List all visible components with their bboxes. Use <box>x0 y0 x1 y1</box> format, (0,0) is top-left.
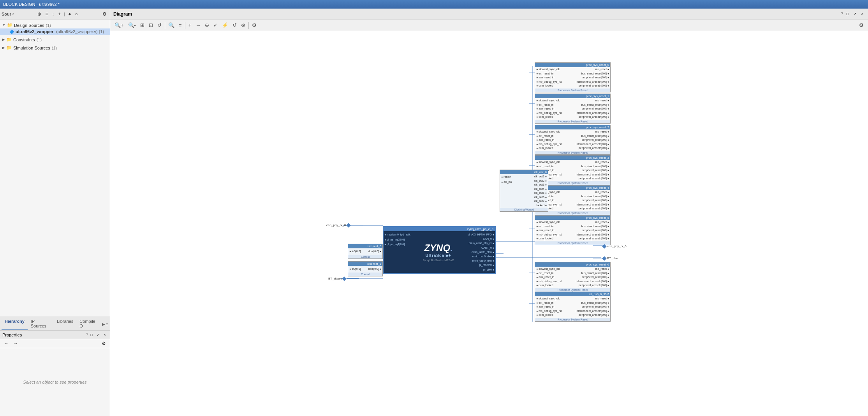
proc-sys-reset-6-block[interactable]: proc_sys_reset_6 ● slowest_sync_clk ● ex… <box>535 262 611 292</box>
diagram-settings-btn[interactable]: ⚙ <box>857 21 866 29</box>
tab-libraries[interactable]: Libraries <box>54 318 76 330</box>
clk-wiz-block[interactable]: clk_wiz_0 ● resetn ● clk_in1 clk_out1 ● … <box>500 170 548 212</box>
rst-ps8-block[interactable]: rst_ps8_0_99M ● slowest_sync_clk ● ext_r… <box>535 292 611 322</box>
bt-dtsan-port: BT_dtsan <box>328 277 359 280</box>
left-toolbar: Sour × ⊕ ≡ ↓ + | ● ○ ⚙ <box>0 9 110 19</box>
psr5-out-bus: bus_struct_reset[0:0] ● <box>576 225 609 229</box>
source-tab-close[interactable]: × <box>12 12 14 16</box>
psr2-port-ext: ● ext_reset_in <box>536 134 562 138</box>
psr1-name: proc_sys_reset_1 <box>535 94 610 98</box>
psr6-port-aux: ● aux_reset_in <box>536 275 562 280</box>
psr2-port-locked: ● dcm_locked <box>536 146 562 150</box>
tabs-more-btn[interactable]: ▶ <box>102 322 105 326</box>
sep1 <box>165 22 165 29</box>
diagram-header: Diagram ? □ ↗ × <box>110 9 868 19</box>
psr1-port-slowest: ● slowest_sync_clk <box>536 99 562 103</box>
psr2-subtitle: Processor System Reset <box>535 151 610 154</box>
add-ip-btn[interactable]: + <box>187 21 194 29</box>
design-sources-icon: 📁 <box>7 23 12 28</box>
psr2-left-ports: ● slowest_sync_clk ● ext_reset_in ● aux_… <box>536 130 562 150</box>
tab-ip-sources[interactable]: IP Sources <box>28 318 54 330</box>
psr2-out-bus: bus_struct_reset[0:0] ● <box>576 134 609 138</box>
rst-ps8-right-ports: mb_reset ● bus_struct_reset[0:0] ● perip… <box>576 297 609 317</box>
status-btn[interactable]: ○ <box>73 11 79 18</box>
reset-view-btn[interactable]: ↺ <box>155 21 164 29</box>
compile-order-btn[interactable]: ● <box>67 11 72 18</box>
add-wire-btn[interactable]: → <box>194 21 202 29</box>
props-close-btn[interactable]: × <box>102 332 107 338</box>
zoom-area-btn[interactable]: ⊡ <box>147 21 155 29</box>
xlconcat-0-block[interactable]: xlconcat_0 ● In0[0:0] dout[0:0] ● Concat <box>348 244 383 259</box>
psr0-out-bus: bus_struct_reset[0:0] ● <box>576 72 609 76</box>
tabs-menu-btn[interactable]: ≡ <box>106 322 108 326</box>
psr4-out-periph: peripheral_reset[0:0] ● <box>576 198 609 203</box>
proc-sys-reset-2-block[interactable]: proc_sys_reset_2 ● slowest_sync_clk ● ex… <box>535 125 611 155</box>
tab-compile[interactable]: Compile O <box>76 318 102 330</box>
xlconcat0-subtitle: Concat <box>348 255 382 258</box>
diagram-help-icon: ? <box>841 12 843 16</box>
psr2-out-mb: mb_reset ● <box>576 130 609 134</box>
psr2-port-aux: ● aux_reset_in <box>536 138 562 142</box>
collapse-all-btn[interactable]: ↓ <box>50 11 56 18</box>
design-sources-section: ▼ 📁 Design Sources (1) 🔷 ultra96v2_wrapp… <box>0 21 110 35</box>
sep: | <box>64 12 65 16</box>
clk-wiz-port-clkout3: clk_out3 ● <box>534 183 547 187</box>
props-float-btn[interactable]: ↗ <box>95 332 101 338</box>
rst-ps8-port-locked: ● dcm_locked <box>536 313 562 317</box>
zynq-out-can-rtxn: emio_can0_rtxn ● <box>459 254 494 258</box>
props-settings-btn[interactable]: ⚙ <box>100 340 107 347</box>
psr5-subtitle: Processor System Reset <box>535 241 610 245</box>
psr1-out-periph: peripheral_reset[0:0] ● <box>576 107 609 111</box>
diagram-canvas[interactable]: proc_sys_reset_0 ● slowest_sync_clk ● ex… <box>110 31 868 416</box>
fit-view-btn[interactable]: ⊞ <box>138 21 146 29</box>
constraints-header[interactable]: ▶ 📁 Constraints (1) <box>0 36 110 43</box>
settings-btn[interactable]: ⚙ <box>101 11 108 18</box>
tab-hierarchy[interactable]: Hierarchy <box>2 318 28 330</box>
xlconcat-1-block[interactable]: xlconcat_1 ● In0[0:0] dout[0:0] ● Concat <box>348 261 383 276</box>
wrapper-file-item[interactable]: 🔷 ultra96v2_wrapper (ultra96v2_wrapper.v… <box>0 28 110 35</box>
drc-btn[interactable]: ⊗ <box>239 21 247 29</box>
refresh-btn[interactable]: ↺ <box>231 21 239 29</box>
diagram-float-btn[interactable]: ↗ <box>852 11 858 17</box>
props-expand-btn[interactable]: □ <box>89 332 94 338</box>
proc-sys-reset-5-block[interactable]: proc_sys_reset_5 ● slowest_sync_clk ● ex… <box>535 215 611 245</box>
props-content: Select an object to see properties <box>0 348 110 416</box>
psr3-port-slowest: ● slowest_sync_clk <box>536 160 562 165</box>
xlconcat0-port-dout: dout[0:0] ● <box>368 249 381 254</box>
psr1-port-ext: ● ext_reset_in <box>536 103 562 107</box>
proc-sys-reset-1-block[interactable]: proc_sys_reset_1 ● slowest_sync_clk ● ex… <box>535 94 611 124</box>
align-btn[interactable]: ≡ <box>177 21 184 29</box>
simulation-header[interactable]: ▶ 📁 Simulation Sources (1) <box>0 44 110 51</box>
expand-all-btn[interactable]: + <box>56 11 62 18</box>
proc-sys-reset-0-block[interactable]: proc_sys_reset_0 ● slowest_sync_clk ● ex… <box>535 62 611 92</box>
add-sources-btn[interactable]: ⊕ <box>36 11 43 18</box>
design-sources-header[interactable]: ▼ 📁 Design Sources (1) <box>0 22 110 28</box>
add-port-btn[interactable]: ⊕ <box>203 21 211 29</box>
clk-wiz-port-locked: locked ● <box>534 204 547 208</box>
generate-btn[interactable]: ⚡ <box>220 21 230 29</box>
diagram-maximize-btn[interactable]: □ <box>845 11 850 17</box>
psr5-port-locked: ● dcm_locked <box>536 237 562 241</box>
zoom-in-btn[interactable]: 🔍+ <box>113 21 126 29</box>
clk-wiz-left-ports: ● resetn ● clk_in1 <box>501 175 512 207</box>
psr6-out-periph-n: peripheral_aresetn[0:0] ● <box>576 283 609 288</box>
more-btn[interactable]: ⚙ <box>250 21 259 29</box>
sources-menu-btn[interactable]: ≡ <box>44 11 49 18</box>
psr3-name: proc_sys_reset_3 <box>535 156 610 160</box>
psr6-out-mb: mb_reset ● <box>576 267 609 271</box>
can-phy-rx-label: can_phy_rx_0 <box>326 223 346 227</box>
zoom-100-btn[interactable]: 🔍 <box>166 21 176 29</box>
props-back-btn[interactable]: ← <box>2 340 10 347</box>
zoom-out-btn[interactable]: 🔍- <box>126 21 138 29</box>
xlconcat1-name: xlconcat_1 <box>348 262 382 266</box>
props-header: Properties ? □ ↗ × <box>0 331 110 339</box>
can-phy-rx-port: can_phy_rx_0 <box>326 223 363 227</box>
xlconcat1-port-dout: dout[0:0] ● <box>368 267 381 272</box>
zynq-out-uart0: UART_0 ● <box>459 246 494 250</box>
psr3-out-periph: peripheral_reset[0:0] ● <box>576 168 609 173</box>
props-forward-btn[interactable]: → <box>12 340 19 347</box>
psr0-port-locked: ● dcm_locked <box>536 84 562 88</box>
zynq-block[interactable]: zynq_ultra_ps_e_0 ● maxhpm0_fpd_aclk ● p… <box>383 226 496 274</box>
validate-btn[interactable]: ✓ <box>211 21 220 29</box>
diagram-close-btn[interactable]: × <box>859 11 865 17</box>
